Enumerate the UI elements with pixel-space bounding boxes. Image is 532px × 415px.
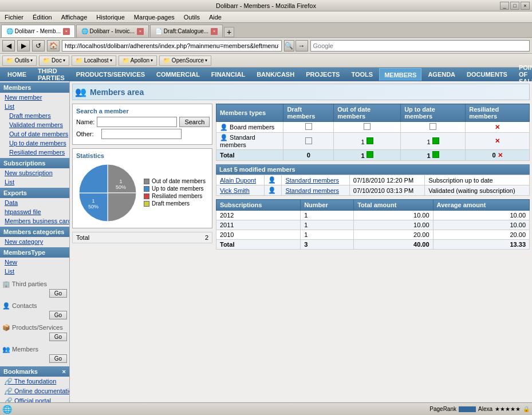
tab-invoic-close[interactable]: × [137, 28, 144, 35]
nav-agenda[interactable]: AGENDA [423, 68, 460, 81]
menu-affichage[interactable]: Affichage [59, 13, 90, 22]
go-button[interactable]: → [295, 40, 308, 52]
svg-text:1: 1 [119, 179, 122, 184]
menu-marque-pages[interactable]: Marque-pages [132, 13, 177, 22]
member-type-2[interactable]: Standard members [282, 185, 349, 196]
stats-legend: Out of date members Up to date members R… [144, 178, 206, 208]
home-button[interactable]: 🏠 [47, 40, 60, 52]
widget-products-go[interactable]: Go [49, 333, 67, 341]
type-standard: 👤 Standard members [216, 133, 283, 150]
search-other-input[interactable] [101, 129, 182, 139]
total-res: 0 ✕ [466, 150, 530, 161]
maximize-button[interactable]: □ [510, 2, 519, 10]
svg-text:1: 1 [92, 198, 94, 204]
window-titlebar: Dolibarr - Members - Mozilla Firefox _ □… [0, 0, 532, 11]
nav-home[interactable]: HOME [2, 68, 31, 81]
subs-grand-total: 40.00 [354, 240, 433, 250]
nav-point-of-sale[interactable]: POINT OF SALE [514, 68, 532, 81]
nav-products[interactable]: PRODUCTS/SERVICES [71, 68, 150, 81]
search-button[interactable]: Search [179, 117, 210, 127]
forward-button[interactable]: ▶ [17, 40, 30, 52]
widget-members-go[interactable]: Go [49, 354, 67, 363]
nav-third-parties[interactable]: THIRD PARTIES [33, 68, 70, 81]
col-type: Members types [216, 104, 283, 122]
standard-up: 1 [401, 133, 466, 150]
url-input[interactable] [62, 40, 282, 52]
stats-title: Statistics [76, 152, 208, 159]
type-board: 👤 Board members [216, 122, 283, 133]
tab-members[interactable]: 🌐 Dolibarr - Memb... × [1, 25, 75, 37]
tab-catalogue[interactable]: 📄 Draft:Catalogue... × [150, 25, 223, 37]
legend-up-to-date-label: Up to date members [152, 185, 204, 192]
bookmark-localhost[interactable]: 📁 Localhost ▾ [72, 56, 116, 66]
window-controls[interactable]: _ □ × [500, 2, 530, 10]
legend-draft-label: Draft members [152, 200, 190, 207]
bookmark-outils[interactable]: 📁 Outils ▾ [2, 56, 37, 66]
tab-members-close[interactable]: × [63, 28, 70, 35]
col-average: Average amount [433, 200, 529, 211]
bookmark-doc[interactable]: 📁 Doc ▾ [39, 56, 69, 66]
member-status-2: Validated (waiting subscription) [425, 185, 530, 196]
sidebar-new-subscription[interactable]: New subscription [0, 168, 69, 177]
page-header-title: Members area [90, 88, 144, 97]
sidebar-data[interactable]: Data [0, 198, 69, 207]
nav-financial[interactable]: FINANCIAL [206, 68, 250, 81]
list-item: Alain Dupont 👤 Standard members 07/18/20… [216, 175, 530, 185]
sidebar-new-category[interactable]: New category [0, 237, 69, 246]
nav-commercial[interactable]: COMMERCIAL [151, 68, 205, 81]
menu-edition[interactable]: Édition [30, 13, 54, 22]
sidebar-htpasswd[interactable]: htpasswd file [0, 207, 69, 216]
sidebar-bm-doc[interactable]: 🔗 Online documentation [0, 386, 69, 396]
sidebar-up-to-date[interactable]: Up to date members [0, 139, 69, 148]
subs-year-2010: 2010 [216, 230, 301, 240]
menu-historique[interactable]: Historique [94, 13, 127, 22]
sidebar-sub-list[interactable]: List [0, 177, 69, 187]
address-bar: ◀ ▶ ↺ 🏠 🔍 → [0, 38, 532, 54]
widget-third-parties-go[interactable]: Go [49, 289, 67, 298]
sidebar-validated-members[interactable]: Validated members [0, 120, 69, 129]
nav-documents[interactable]: DOCUMENTS [462, 68, 513, 81]
sidebar-bm-portal[interactable]: 🔗 Official portal [0, 396, 69, 402]
menu-outils[interactable]: Outils [182, 13, 202, 22]
page-header: 👥 Members area [72, 84, 530, 100]
tab-catalogue-close[interactable]: × [211, 28, 218, 35]
widget-members-label: 👥 Members [2, 346, 38, 353]
sidebar-out-of-date[interactable]: Out of date members [0, 129, 69, 139]
search-title: Search a member [76, 108, 208, 114]
search-other-label: Other: [76, 131, 99, 137]
menu-aide[interactable]: Aide [207, 13, 224, 22]
bookmark-apollon[interactable]: 📁 Apollon ▾ [119, 56, 157, 66]
member-name-2[interactable]: Vick Smith [216, 185, 265, 196]
reload-button[interactable]: ↺ [32, 40, 45, 52]
member-name-1[interactable]: Alain Dupont [216, 175, 265, 185]
sidebar-type-new[interactable]: New [0, 258, 69, 267]
minimize-button[interactable]: _ [500, 2, 509, 10]
tab-add-button[interactable]: + [224, 27, 234, 37]
sidebar-resiliated[interactable]: Resiliated members [0, 148, 69, 157]
bookmark-opensource[interactable]: 📁 OpenSource ▾ [159, 56, 211, 66]
zoom-icon[interactable]: 🔍 [284, 40, 294, 52]
legend-out-of-date-label: Out of date members [152, 178, 206, 184]
member-type-1[interactable]: Standard members [282, 175, 349, 185]
close-button[interactable]: × [521, 2, 530, 10]
sidebar-draft-members[interactable]: Draft members [0, 111, 69, 120]
table-row: 2011 1 10.00 10.00 [216, 220, 530, 230]
nav-projects[interactable]: PROJECTS [301, 68, 345, 81]
sidebar-list[interactable]: List [0, 102, 69, 111]
sidebar-type-list[interactable]: List [0, 267, 69, 276]
search-google-input[interactable] [310, 40, 530, 52]
sidebar-new-member[interactable]: New member [0, 93, 69, 102]
tab-invoic[interactable]: 🌐 Dolibarr - Invoic... × [76, 25, 149, 37]
search-name-input[interactable] [97, 117, 177, 127]
menu-fichier[interactable]: Fichier [2, 13, 26, 22]
nav-tools[interactable]: TOOLS [346, 68, 378, 81]
nav-members[interactable]: MEMBERS [379, 68, 421, 81]
nav-bank[interactable]: BANK/CASH [251, 68, 300, 81]
subs-total-num: 3 [301, 240, 354, 250]
tabs-bar: 🌐 Dolibarr - Memb... × 🌐 Dolibarr - Invo… [0, 23, 532, 38]
sidebar-bm-foundation[interactable]: 🔗 The foundation [0, 377, 69, 386]
widget-contacts-go[interactable]: Go [49, 311, 67, 319]
sidebar-business-cards[interactable]: Members business cards [0, 216, 69, 226]
col-out-of-date: Out of date members [334, 104, 401, 122]
back-button[interactable]: ◀ [2, 40, 15, 52]
